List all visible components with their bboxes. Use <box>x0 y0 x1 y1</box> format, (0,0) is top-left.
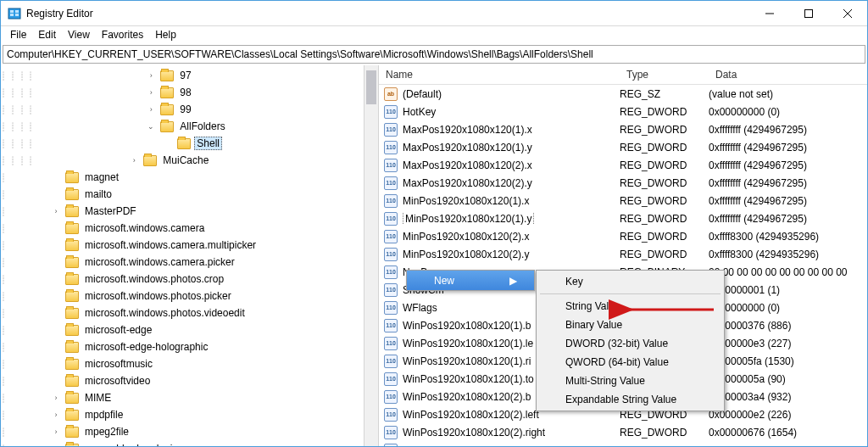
menu-item[interactable]: Multi-String Value <box>538 372 722 390</box>
chevron-right-icon[interactable]: › <box>50 426 62 438</box>
tree-item[interactable]: ┊ ┊ ┊ ┊ Shell <box>1 135 364 152</box>
menu-view[interactable]: View <box>62 28 96 42</box>
folder-icon <box>65 291 79 302</box>
value-type: REG_DWORD <box>620 177 709 189</box>
tree-item[interactable]: ┊ microsoft.windows.camera.multipicker <box>1 237 364 254</box>
svg-rect-2 <box>10 14 14 16</box>
column-headers[interactable]: Name Type Data <box>379 65 867 85</box>
value-row[interactable]: 110MaxPos1920x1080x120(2).yREG_DWORD0xff… <box>379 174 867 192</box>
tree-item[interactable]: ┊ ┊ ┊ ┊ ›99 <box>1 101 364 118</box>
tree-item[interactable]: ┊ ┊ ┊ ┊ ›98 <box>1 84 364 101</box>
folder-icon <box>65 342 79 353</box>
chevron-right-icon[interactable]: › <box>50 205 62 217</box>
svg-rect-3 <box>15 10 19 13</box>
col-name[interactable]: Name <box>379 69 620 81</box>
chevron-right-icon[interactable]: › <box>145 103 157 115</box>
tree-item[interactable]: ┊ mailto <box>1 186 364 203</box>
tree-item[interactable]: ┊ ┊ ┊ ┊ ›97 <box>1 67 364 84</box>
chevron-right-icon[interactable]: › <box>50 409 62 421</box>
value-data: 0x0000005a (90) <box>709 373 867 385</box>
value-data: 0x00000001 (1) <box>709 284 867 296</box>
registry-editor-window: Registry Editor File Edit View Favorites… <box>0 0 868 447</box>
folder-icon <box>65 240 79 251</box>
tree-item[interactable]: ┊ microsoft.windows.photos.picker <box>1 288 364 305</box>
spacer <box>162 137 174 149</box>
tree-item[interactable]: ┊ microsoft.windows.photos.crop <box>1 271 364 288</box>
value-row[interactable]: 110WinPos1920x1080x120(2).rightREG_DWORD… <box>379 423 867 441</box>
tree-scrollbar[interactable] <box>364 65 378 446</box>
tree-item-label: microsoft.windows.camera.picker <box>82 255 237 269</box>
chevron-right-icon[interactable]: › <box>128 154 140 166</box>
value-data: 00 00 00 00 00 00 00 00 00 00 <box>709 266 867 278</box>
tree-pane: ┊ ┊ ┊ ┊ ›97┊ ┊ ┊ ┊ ›98┊ ┊ ┊ ┊ ›99┊ ┊ ┊ ┊… <box>1 65 379 446</box>
tree-item[interactable]: ┊ microsoft.windows.camera <box>1 220 364 237</box>
tree-view[interactable]: ┊ ┊ ┊ ┊ ›97┊ ┊ ┊ ┊ ›98┊ ┊ ┊ ┊ ›99┊ ┊ ┊ ┊… <box>1 65 364 446</box>
tree-item-label: MuiCache <box>160 154 211 167</box>
value-row[interactable]: 110MinPos1920x1080x120(2).yREG_DWORD0xff… <box>379 245 867 263</box>
tree-item[interactable]: ┊ ┊ ┊ ┊ ›MuiCache <box>1 152 364 169</box>
value-row[interactable]: 110HotKeyREG_DWORD0x00000000 (0) <box>379 103 867 120</box>
tree-item[interactable]: ┊ ┊ ┊ ┊ ⌄AllFolders <box>1 118 364 135</box>
chevron-right-icon[interactable]: › <box>145 70 157 81</box>
chevron-right-icon[interactable]: › <box>50 392 62 404</box>
menu-file[interactable]: File <box>4 28 32 42</box>
menu-item[interactable]: String Value <box>538 297 722 316</box>
close-button[interactable] <box>828 1 867 25</box>
svg-rect-4 <box>15 14 19 16</box>
tree-item[interactable]: ┊ ›mpdpfile <box>1 406 364 423</box>
value-row[interactable]: 110MaxPos1920x1080x120(2).xREG_DWORD0xff… <box>379 156 867 174</box>
value-row[interactable]: 110MinPos1920x1080x120(1).xREG_DWORD0xff… <box>379 192 867 210</box>
tree-item[interactable]: ┊ microsoft-edge-holographic <box>1 338 364 355</box>
minimize-button[interactable] <box>750 1 789 25</box>
folder-icon <box>65 172 79 183</box>
window-controls <box>750 1 867 25</box>
chevron-right-icon[interactable]: › <box>145 87 157 98</box>
menu-item[interactable]: Binary Value <box>538 316 722 334</box>
tree-item[interactable]: ┊ microsoft.windows.camera.picker <box>1 254 364 271</box>
menu-item[interactable]: Key <box>538 272 722 291</box>
menu-item[interactable]: QWORD (64-bit) Value <box>538 353 722 372</box>
tree-item[interactable]: ┊ microsoft-edge <box>1 321 364 338</box>
tree-item[interactable]: ┊ microsoftmusic <box>1 355 364 372</box>
value-row[interactable]: ab(Default)REG_SZ(value not set) <box>379 85 867 103</box>
tree-item[interactable]: ┊ magnet <box>1 169 364 186</box>
titlebar[interactable]: Registry Editor <box>1 1 867 26</box>
chevron-down-icon[interactable]: ⌄ <box>145 120 157 132</box>
tree-item[interactable]: ┊ ›mpeg2file <box>1 423 364 440</box>
maximize-button[interactable] <box>789 1 828 25</box>
scroll-thumb[interactable] <box>366 70 376 104</box>
tree-item[interactable]: ┊ ›MasterPDF <box>1 203 364 220</box>
address-bar[interactable]: Computer\HKEY_CURRENT_USER\SOFTWARE\Clas… <box>3 45 865 64</box>
value-row[interactable]: 110WinPos1920x1080x120(2).topREG_DWORD0x… <box>379 441 867 446</box>
menu-favorites[interactable]: Favorites <box>96 28 149 42</box>
app-icon <box>8 7 21 20</box>
tree-item-label: 98 <box>177 86 193 99</box>
value-row[interactable]: 110MaxPos1920x1080x120(1).xREG_DWORD0xff… <box>379 120 867 138</box>
value-type: REG_DWORD <box>620 106 709 118</box>
tree-item[interactable]: ┊ ms-aad-brokerplugin <box>1 440 364 446</box>
tree-item[interactable]: ┊ ›MIME <box>1 389 364 406</box>
tree-item[interactable]: ┊ microsoft.windows.photos.videoedit <box>1 305 364 321</box>
folder-icon <box>160 104 174 115</box>
menubar: File Edit View Favorites Help <box>1 26 867 43</box>
tree-item-label: ms-aad-brokerplugin <box>82 442 181 446</box>
dword-value-icon: 110 <box>384 265 398 279</box>
tree-item-label: MasterPDF <box>82 204 139 218</box>
menu-edit[interactable]: Edit <box>32 28 62 42</box>
value-row[interactable]: 110MinPos1920x1080x120(1).yREG_DWORD0xff… <box>379 210 867 227</box>
value-type: REG_DWORD <box>620 231 709 243</box>
dword-value-icon: 110 <box>384 319 398 332</box>
value-data: 0x00000000 (0) <box>709 106 867 118</box>
menu-item-new[interactable]: New ▶ <box>407 271 534 290</box>
col-type[interactable]: Type <box>620 69 709 81</box>
menu-item[interactable]: DWORD (32-bit) Value <box>538 334 722 353</box>
folder-icon <box>65 393 79 404</box>
value-row[interactable]: 110MaxPos1920x1080x120(1).yREG_DWORD0xff… <box>379 138 867 156</box>
menu-help[interactable]: Help <box>149 28 182 42</box>
tree-item-label: microsoft.windows.camera <box>82 221 207 235</box>
value-type: REG_DWORD <box>620 159 709 171</box>
col-data[interactable]: Data <box>709 69 867 81</box>
value-row[interactable]: 110MinPos1920x1080x120(2).xREG_DWORD0xff… <box>379 227 867 245</box>
menu-item[interactable]: Expandable String Value <box>538 390 722 409</box>
tree-item[interactable]: ┊ microsoftvideo <box>1 372 364 389</box>
